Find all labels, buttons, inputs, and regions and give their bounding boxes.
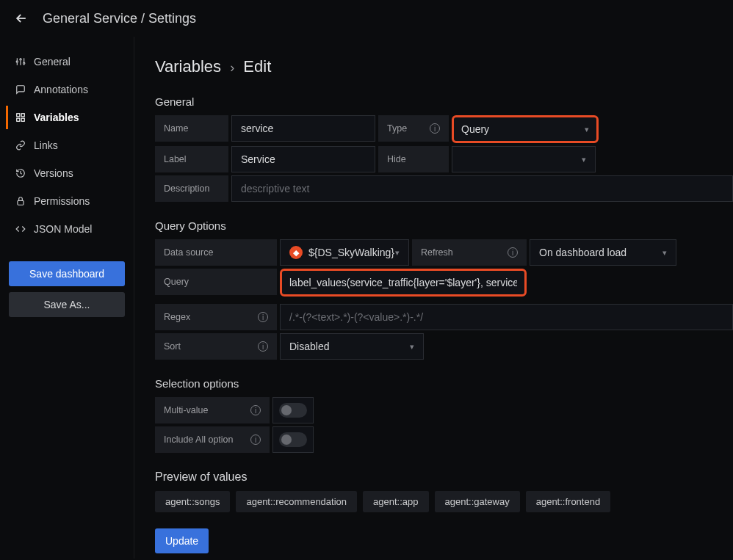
sidebar-item-permissions[interactable]: Permissions xyxy=(6,189,128,213)
regex-label: Regex i xyxy=(155,304,277,330)
data-source-value: ${DS_SkyWalking} xyxy=(308,247,394,258)
lock-icon xyxy=(15,195,26,207)
refresh-select[interactable]: On dashboard load ▾ xyxy=(530,239,676,266)
include-all-toggle-wrap xyxy=(272,426,314,453)
svg-rect-7 xyxy=(18,200,24,205)
svg-rect-6 xyxy=(21,118,24,121)
section-selection-options: Selection options xyxy=(155,377,733,390)
chevron-down-icon: ▾ xyxy=(395,248,400,258)
comment-icon xyxy=(15,84,26,95)
grid-icon xyxy=(15,112,26,123)
name-label: Name xyxy=(155,115,228,142)
multi-value-label-text: Multi-value xyxy=(164,405,208,415)
sidebar-item-variables[interactable]: Variables xyxy=(6,106,128,129)
sidebar-item-json-model[interactable]: JSON Model xyxy=(6,217,128,241)
sort-label-text: Sort xyxy=(164,341,181,352)
data-source-select[interactable]: ◆ ${DS_SkyWalking} ▾ xyxy=(280,239,409,266)
info-icon[interactable]: i xyxy=(508,247,518,258)
label-label: Label xyxy=(155,146,228,172)
info-icon[interactable]: i xyxy=(250,405,261,415)
type-value: Query xyxy=(461,123,489,135)
link-icon xyxy=(15,139,26,151)
description-input[interactable] xyxy=(241,183,723,194)
sidebar-item-label: Links xyxy=(34,139,58,151)
svg-rect-4 xyxy=(21,114,24,117)
page-title: Variables › Edit xyxy=(155,57,733,76)
label-input[interactable] xyxy=(241,153,366,165)
sidebar-item-label: Variables xyxy=(34,112,79,123)
data-source-label: Data source xyxy=(155,239,277,266)
chevron-down-icon: ▾ xyxy=(585,125,589,134)
query-label: Query xyxy=(155,269,277,295)
description-input-wrap xyxy=(231,175,733,202)
sliders-icon xyxy=(15,56,26,68)
multi-value-toggle-wrap xyxy=(272,397,314,423)
info-icon[interactable]: i xyxy=(258,341,268,352)
sort-select[interactable]: Disabled ▾ xyxy=(280,333,424,360)
page-title-sep: › xyxy=(230,60,234,75)
sidebar-item-links[interactable]: Links xyxy=(6,134,128,157)
label-input-wrap xyxy=(231,146,375,172)
history-icon xyxy=(15,167,26,179)
sidebar-item-general[interactable]: General xyxy=(6,50,128,73)
sidebar-item-label: JSON Model xyxy=(34,223,92,235)
svg-point-2 xyxy=(24,62,25,64)
info-icon[interactable]: i xyxy=(250,434,261,445)
sidebar-item-label: General xyxy=(34,56,71,68)
preview-chip: agent::songs xyxy=(155,491,230,512)
svg-point-0 xyxy=(16,61,18,62)
breadcrumb: General Service / Settings xyxy=(43,11,196,26)
code-icon xyxy=(15,223,26,235)
sidebar-item-label: Versions xyxy=(34,167,73,179)
sort-value: Disabled xyxy=(289,341,329,352)
refresh-label-text: Refresh xyxy=(421,247,453,258)
sidebar-item-versions[interactable]: Versions xyxy=(6,161,128,185)
include-all-label: Include All option i xyxy=(155,426,270,453)
save-dashboard-button[interactable]: Save dashboard xyxy=(9,261,125,286)
description-label: Description xyxy=(155,175,228,202)
name-input[interactable] xyxy=(241,123,366,134)
hide-label: Hide xyxy=(378,146,449,172)
page-title-main: Variables xyxy=(155,57,221,76)
page-title-sub: Edit xyxy=(243,57,271,76)
update-button[interactable]: Update xyxy=(155,528,209,553)
preview-chip: agent::frontend xyxy=(526,491,610,512)
include-all-label-text: Include All option xyxy=(164,434,234,445)
info-icon[interactable]: i xyxy=(430,123,440,134)
main-content: Variables › Edit General Name Type i Que… xyxy=(134,37,733,559)
refresh-value: On dashboard load xyxy=(539,247,627,258)
name-input-wrap xyxy=(231,115,375,142)
multi-value-label: Multi-value i xyxy=(155,397,270,423)
preview-chips: agent::songsagent::recommendationagent::… xyxy=(155,491,733,512)
svg-point-1 xyxy=(20,59,21,60)
svg-rect-3 xyxy=(17,114,20,117)
type-label-text: Type xyxy=(387,123,407,134)
chevron-down-icon: ▾ xyxy=(662,248,667,258)
sidebar-item-annotations[interactable]: Annotations xyxy=(6,78,128,101)
section-query-options: Query Options xyxy=(155,219,733,232)
refresh-label: Refresh i xyxy=(412,239,527,266)
type-label: Type i xyxy=(378,115,449,142)
save-as-button[interactable]: Save As... xyxy=(9,292,125,317)
preview-chip: agent::gateway xyxy=(435,491,520,512)
section-general: General xyxy=(155,95,733,108)
section-preview: Preview of values xyxy=(155,470,733,484)
type-select[interactable]: Query ▾ xyxy=(452,115,599,143)
preview-chip: agent::app xyxy=(363,491,428,512)
multi-value-toggle[interactable] xyxy=(279,403,307,418)
query-input-wrap xyxy=(280,269,527,297)
info-icon[interactable]: i xyxy=(258,312,268,322)
settings-sidebar: General Annotations Variables Links Vers… xyxy=(0,37,134,559)
regex-input-wrap xyxy=(280,304,733,330)
preview-chip: agent::recommendation xyxy=(236,491,357,512)
sidebar-item-label: Annotations xyxy=(34,84,88,95)
regex-label-text: Regex xyxy=(164,312,190,322)
datasource-icon: ◆ xyxy=(289,246,303,259)
chevron-down-icon: ▾ xyxy=(410,342,414,352)
regex-input[interactable] xyxy=(289,311,723,323)
include-all-toggle[interactable] xyxy=(279,432,307,447)
back-arrow-icon[interactable] xyxy=(13,10,29,26)
chevron-down-icon: ▾ xyxy=(582,155,586,164)
query-input[interactable] xyxy=(289,277,517,288)
hide-select[interactable]: ▾ xyxy=(452,146,596,172)
